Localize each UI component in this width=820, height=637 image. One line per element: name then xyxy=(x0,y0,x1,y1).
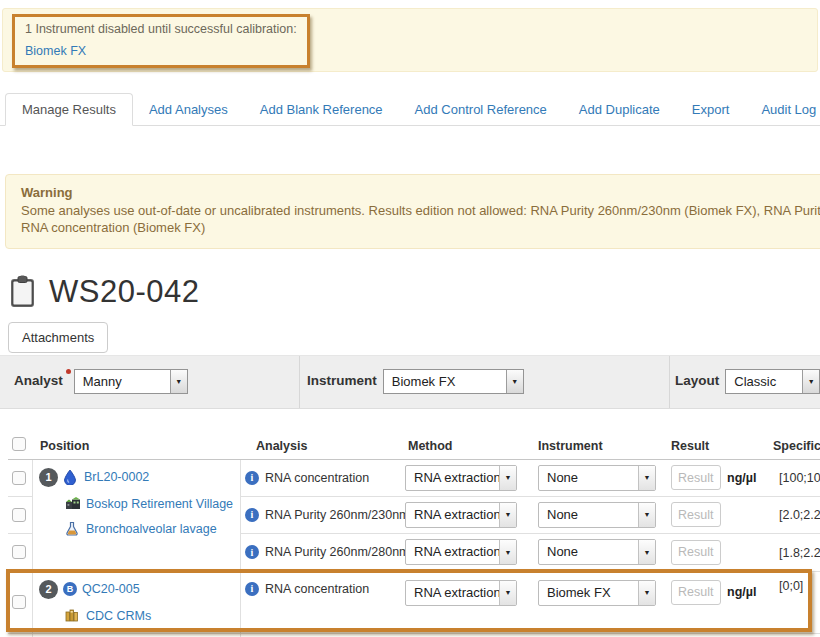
instrument-row-select[interactable]: Biomek FX ▼ xyxy=(538,580,656,606)
client-icon xyxy=(65,496,81,512)
method-selected-value: RNA extraction xyxy=(406,581,499,605)
instrument-row-select[interactable]: None ▼ xyxy=(538,465,656,491)
method-select[interactable]: RNA extraction ▼ xyxy=(405,465,517,491)
analysis-rows: i RNA concentration RNA extraction ▼ Bio… xyxy=(241,572,820,633)
info-icon[interactable]: i xyxy=(245,508,259,522)
position-badge: 1 xyxy=(39,468,58,487)
position-1-group: 1 BrL20-0002 Boskop Retirement Village B… xyxy=(8,460,820,572)
info-icon[interactable]: i xyxy=(245,545,259,559)
checkbox-column xyxy=(8,460,33,571)
layout-label: Layout xyxy=(675,373,719,388)
analysis-name: RNA Purity 260nm/230nm xyxy=(265,508,410,522)
chevron-down-icon: ▼ xyxy=(506,370,523,393)
result-unit: ng/µl xyxy=(727,471,756,485)
row-checkbox[interactable] xyxy=(12,508,26,522)
specification-value: [0;0] xyxy=(779,579,803,593)
warning-title: Warning xyxy=(21,184,820,202)
results-table: Position Analysis Method Instrument Resu… xyxy=(8,433,820,637)
position-cell: 2 B QC20-005 CDC CRMs xyxy=(33,572,241,633)
method-selected-value: RNA extraction xyxy=(406,540,499,564)
header-analysis: Analysis xyxy=(241,439,398,453)
blank-reference-icon: B xyxy=(63,582,77,596)
tab-add-control-reference[interactable]: Add Control Reference xyxy=(399,94,563,125)
page-title-row: WS20-042 xyxy=(8,273,820,311)
analysis-rows: i RNA concentration RNA extraction ▼ Non… xyxy=(241,460,820,571)
client-link[interactable]: Boskop Retirement Village xyxy=(86,497,233,511)
tab-export[interactable]: Export xyxy=(676,94,746,125)
header-specification: Specification xyxy=(768,439,820,453)
chevron-down-icon: ▼ xyxy=(499,466,516,490)
checkbox-column xyxy=(8,572,33,633)
layout-select[interactable]: Classic ▼ xyxy=(725,369,820,394)
result-input[interactable] xyxy=(671,580,721,605)
disabled-instrument-link[interactable]: Biomek FX xyxy=(25,44,86,58)
select-all-checkbox[interactable] xyxy=(12,437,26,451)
method-select[interactable]: RNA extraction ▼ xyxy=(405,580,517,606)
worksheet-clipboard-icon xyxy=(8,275,38,309)
analysis-row: i RNA Purity 260nm/230nm RNA extraction … xyxy=(241,497,820,534)
page-title: WS20-042 xyxy=(49,274,199,310)
position-badge: 2 xyxy=(39,580,58,599)
result-unit: ng/µl xyxy=(727,585,756,599)
warning-message: Some analyses use out-of-date or uncalib… xyxy=(21,202,820,237)
sample-link[interactable]: BrL20-0002 xyxy=(84,470,149,484)
row-checkbox[interactable] xyxy=(12,545,26,559)
reference-sample-link[interactable]: QC20-005 xyxy=(82,582,140,596)
analysis-row: i RNA concentration RNA extraction ▼ Non… xyxy=(241,460,820,497)
chevron-down-icon: ▼ xyxy=(638,503,655,527)
position-2-group: 2 B QC20-005 CDC CRMs i RNA concentratio… xyxy=(8,572,820,634)
worksheet-tab-bar: Manage Results Add Analyses Add Blank Re… xyxy=(0,93,820,126)
analysis-name: RNA Purity 260nm/280nm xyxy=(265,545,410,559)
chevron-down-icon: ▼ xyxy=(638,540,655,564)
instrument-row-select[interactable]: None ▼ xyxy=(538,539,656,565)
analysis-name: RNA concentration xyxy=(265,471,369,485)
attachments-button[interactable]: Attachments xyxy=(8,322,108,353)
row-checkbox[interactable] xyxy=(12,595,26,609)
instrument-row-select[interactable]: None ▼ xyxy=(538,502,656,528)
tutorial-highlight-frame: 1 Instrument disabled until successful c… xyxy=(12,14,310,68)
tab-manage-results[interactable]: Manage Results xyxy=(5,93,133,126)
tab-add-duplicate[interactable]: Add Duplicate xyxy=(563,94,676,125)
analyst-label: Analyst xyxy=(14,373,63,388)
reference-supplier-icon xyxy=(65,608,81,624)
chevron-down-icon: ▼ xyxy=(499,581,516,605)
tab-audit-log[interactable]: Audit Log xyxy=(745,94,820,125)
partial-next-row xyxy=(8,634,820,637)
method-select[interactable]: RNA extraction ▼ xyxy=(405,502,517,528)
instrument-row-value: None xyxy=(539,503,638,527)
tab-add-analyses[interactable]: Add Analyses xyxy=(133,94,244,125)
chevron-down-icon: ▼ xyxy=(170,370,187,393)
reference-supplier-link[interactable]: CDC CRMs xyxy=(86,609,151,623)
sample-type-link[interactable]: Bronchoalveolar lavage xyxy=(86,522,217,536)
result-input[interactable] xyxy=(671,502,721,527)
header-result: Result xyxy=(665,439,768,453)
instrument-label: Instrument xyxy=(307,373,377,388)
specification-value: [100;1000] xyxy=(779,471,820,485)
row-checkbox[interactable] xyxy=(12,471,26,485)
instrument-select[interactable]: Biomek FX ▼ xyxy=(383,369,524,394)
instrument-disabled-alert: 1 Instrument disabled until successful c… xyxy=(2,8,818,72)
result-input[interactable] xyxy=(671,540,721,565)
info-icon[interactable]: i xyxy=(245,471,259,485)
instrument-disabled-message: 1 Instrument disabled until successful c… xyxy=(25,22,297,36)
info-icon[interactable]: i xyxy=(245,582,259,596)
instrument-section: Instrument Biomek FX ▼ xyxy=(300,356,670,408)
worksheet-settings-bar: Analyst Manny ▼ Instrument Biomek FX ▼ L… xyxy=(0,355,820,409)
instrument-row-value: None xyxy=(539,466,638,490)
layout-selected-value: Classic xyxy=(726,370,802,393)
required-indicator xyxy=(66,369,71,374)
analyst-select[interactable]: Manny ▼ xyxy=(74,369,188,394)
analysis-row: i RNA concentration RNA extraction ▼ Bio… xyxy=(241,572,820,632)
tab-add-blank-reference[interactable]: Add Blank Reference xyxy=(244,94,399,125)
method-select[interactable]: RNA extraction ▼ xyxy=(405,539,517,565)
header-position: Position xyxy=(33,439,241,453)
position-cell: 1 BrL20-0002 Boskop Retirement Village B… xyxy=(33,460,241,571)
result-input[interactable] xyxy=(671,465,721,490)
instrument-row-value: Biomek FX xyxy=(539,581,638,605)
chevron-down-icon: ▼ xyxy=(638,581,655,605)
chevron-down-icon: ▼ xyxy=(802,370,819,393)
analysis-row: i RNA Purity 260nm/280nm RNA extraction … xyxy=(241,534,820,571)
method-selected-value: RNA extraction xyxy=(406,503,499,527)
sample-type-flask-icon xyxy=(65,521,81,537)
analysis-name: RNA concentration xyxy=(265,582,369,596)
